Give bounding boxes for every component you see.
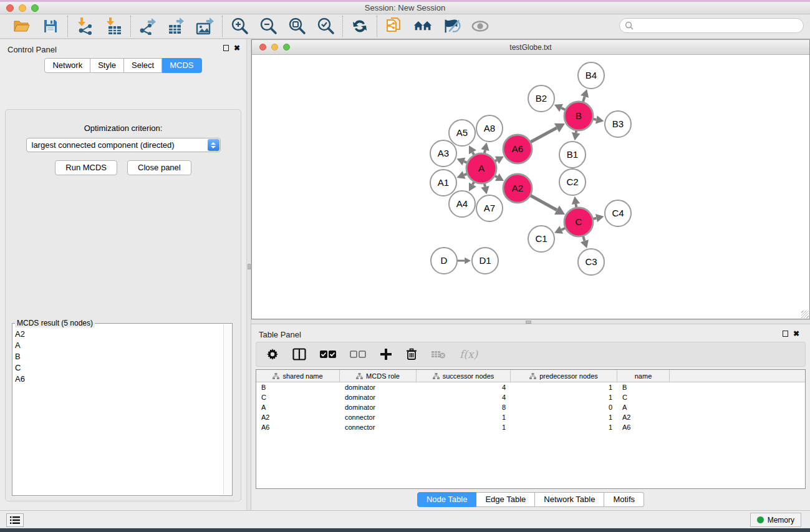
graph-node-B2[interactable]: B2 bbox=[528, 85, 554, 112]
select-all-icon[interactable] bbox=[320, 350, 336, 359]
graph-node-B3[interactable]: B3 bbox=[605, 111, 631, 137]
new-network-from-selection-icon[interactable] bbox=[385, 17, 403, 36]
table-cell[interactable]: 1 bbox=[417, 423, 511, 431]
tab-network-table[interactable]: Network Table bbox=[535, 492, 604, 507]
table-cell[interactable]: B bbox=[256, 384, 340, 391]
minimize-window-button[interactable] bbox=[19, 4, 26, 12]
traffic-lights[interactable] bbox=[6, 4, 39, 12]
tab-style[interactable]: Style bbox=[90, 58, 124, 73]
export-table-icon[interactable] bbox=[167, 17, 186, 36]
add-column-icon[interactable] bbox=[380, 348, 392, 360]
table-row[interactable]: A6connector11A6 bbox=[256, 422, 805, 432]
graph-node-A2[interactable]: A2 bbox=[503, 174, 532, 203]
export-network-icon[interactable] bbox=[138, 17, 157, 36]
function-builder-icon[interactable]: f(x) bbox=[460, 348, 478, 360]
column-header-shared-name[interactable]: shared name bbox=[256, 370, 340, 382]
export-image-icon[interactable] bbox=[196, 17, 215, 36]
graph-node-B4[interactable]: B4 bbox=[578, 62, 604, 89]
graph-node-A4[interactable]: A4 bbox=[449, 191, 475, 217]
graph-node-A3[interactable]: A3 bbox=[430, 140, 456, 167]
import-network-icon[interactable] bbox=[75, 17, 94, 36]
network-zoom-button[interactable] bbox=[283, 44, 290, 51]
table-cell[interactable]: 1 bbox=[417, 414, 511, 421]
mcds-result-list[interactable]: A2ABCA6 bbox=[15, 329, 223, 494]
tab-edge-table[interactable]: Edge Table bbox=[476, 492, 535, 507]
graph-node-A7[interactable]: A7 bbox=[476, 195, 503, 221]
node-table[interactable]: shared name MCDS role successor nodes pr… bbox=[256, 369, 806, 489]
float-panel-icon[interactable] bbox=[783, 331, 788, 337]
mcds-result-item[interactable]: B bbox=[15, 351, 223, 362]
network-canvas[interactable]: AA6A2BCA5A8A3A1A4A7B2B4B3B1C2C4C1C3DD1 bbox=[252, 55, 809, 319]
table-cell[interactable]: C bbox=[256, 394, 340, 401]
search-input[interactable] bbox=[634, 21, 789, 30]
hide-graphics-details-icon[interactable] bbox=[442, 17, 461, 36]
table-cell[interactable]: 0 bbox=[511, 404, 617, 411]
splitter-grip[interactable] bbox=[526, 321, 531, 324]
close-panel-icon[interactable]: ✖ bbox=[793, 331, 799, 337]
table-header-row[interactable]: shared name MCDS role successor nodes pr… bbox=[256, 370, 805, 382]
window-resize-grip[interactable] bbox=[801, 311, 809, 318]
network-window-titlebar[interactable]: testGlobe.txt bbox=[252, 40, 809, 55]
horizontal-splitter[interactable] bbox=[251, 319, 810, 324]
graph-node-A6[interactable]: A6 bbox=[503, 135, 532, 163]
tab-network[interactable]: Network bbox=[44, 58, 90, 73]
split-panel-icon[interactable] bbox=[292, 348, 306, 360]
column-header-name[interactable]: name bbox=[617, 370, 670, 382]
graph-node-C3[interactable]: C3 bbox=[578, 249, 604, 275]
table-cell[interactable]: 1 bbox=[511, 423, 617, 431]
graph-node-D[interactable]: D bbox=[431, 248, 457, 274]
mcds-result-item[interactable]: A bbox=[15, 340, 223, 351]
save-session-icon[interactable] bbox=[41, 17, 60, 36]
table-cell[interactable]: 1 bbox=[511, 384, 617, 391]
table-body[interactable]: Bdominator41BCdominator41CAdominator80AA… bbox=[256, 382, 805, 432]
table-cell[interactable]: 1 bbox=[511, 414, 617, 421]
graph-node-C[interactable]: C bbox=[564, 208, 593, 236]
graph-node-C4[interactable]: C4 bbox=[605, 200, 631, 226]
open-file-icon[interactable] bbox=[12, 17, 31, 36]
table-cell[interactable]: A6 bbox=[617, 423, 670, 431]
table-cell[interactable]: 1 bbox=[511, 394, 617, 401]
run-mcds-button[interactable]: Run MCDS bbox=[55, 160, 117, 175]
network-close-button[interactable] bbox=[259, 44, 266, 51]
zoom-in-icon[interactable] bbox=[230, 17, 249, 36]
result-scrollbar[interactable] bbox=[223, 324, 231, 495]
graph-node-C1[interactable]: C1 bbox=[528, 226, 554, 252]
float-panel-icon[interactable] bbox=[223, 45, 229, 51]
close-panel-button[interactable]: Close panel bbox=[127, 160, 191, 175]
table-cell[interactable]: dominator bbox=[340, 384, 417, 391]
table-cell[interactable]: dominator bbox=[340, 404, 417, 411]
splitter-grip[interactable] bbox=[248, 264, 251, 269]
graph-node-C2[interactable]: C2 bbox=[559, 169, 586, 195]
tab-node-table[interactable]: Node Table bbox=[417, 492, 477, 507]
close-window-button[interactable] bbox=[6, 4, 14, 12]
delete-column-icon[interactable] bbox=[406, 348, 417, 360]
mcds-result-item[interactable]: A6 bbox=[15, 374, 223, 385]
table-row[interactable]: Cdominator41C bbox=[256, 392, 805, 402]
mcds-result-item[interactable]: A2 bbox=[15, 329, 223, 340]
table-row[interactable]: Adominator80A bbox=[256, 402, 805, 412]
vertical-splitter[interactable] bbox=[246, 39, 251, 510]
delete-table-icon[interactable] bbox=[431, 349, 446, 359]
column-header-mcds-role[interactable]: MCDS role bbox=[340, 370, 417, 382]
import-table-icon[interactable] bbox=[104, 17, 123, 36]
zoom-window-button[interactable] bbox=[31, 4, 39, 12]
memory-button[interactable]: Memory bbox=[750, 513, 801, 527]
zoom-out-icon[interactable] bbox=[259, 17, 277, 36]
task-history-button[interactable] bbox=[6, 513, 24, 527]
table-row[interactable]: Bdominator41B bbox=[256, 382, 805, 392]
birds-eye-view-icon[interactable] bbox=[471, 17, 489, 36]
column-header-predecessor-nodes[interactable]: predecessor nodes bbox=[511, 370, 617, 382]
zoom-fit-icon[interactable] bbox=[287, 17, 306, 36]
table-cell[interactable]: connector bbox=[340, 414, 417, 421]
graph-node-A[interactable]: A bbox=[466, 153, 496, 183]
table-cell[interactable]: A bbox=[617, 404, 670, 411]
graph-node-A5[interactable]: A5 bbox=[449, 120, 475, 146]
close-panel-icon[interactable]: ✖ bbox=[234, 45, 240, 51]
table-cell[interactable]: dominator bbox=[340, 394, 417, 401]
tab-select[interactable]: Select bbox=[124, 58, 162, 73]
network-minimize-button[interactable] bbox=[271, 44, 278, 51]
table-cell[interactable]: 8 bbox=[417, 404, 511, 411]
table-row[interactable]: A2connector11A2 bbox=[256, 412, 805, 422]
first-neighbors-icon[interactable] bbox=[413, 17, 432, 36]
table-cell[interactable]: A6 bbox=[256, 423, 340, 431]
